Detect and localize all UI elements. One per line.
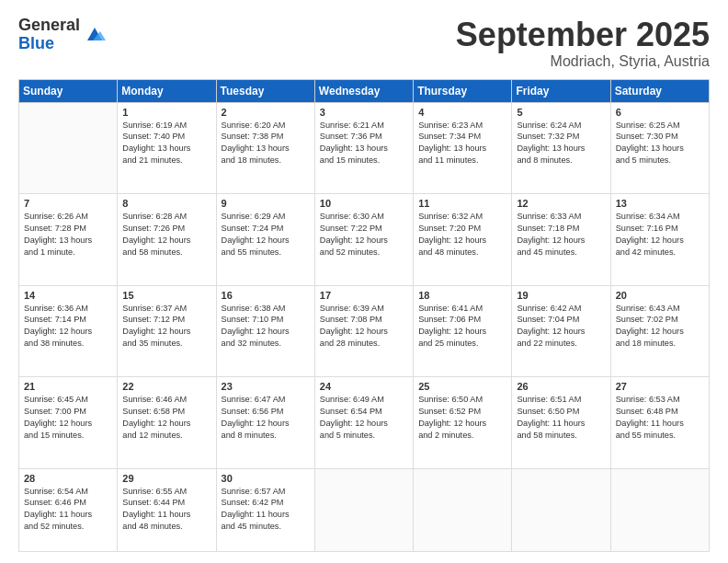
day-info: Sunrise: 6:50 AM Sunset: 6:52 PM Dayligh…	[418, 394, 506, 442]
day-number: 11	[418, 198, 506, 209]
calendar-cell	[512, 468, 610, 551]
day-info: Sunrise: 6:39 AM Sunset: 7:08 PM Dayligh…	[320, 303, 408, 350]
calendar-table: SundayMondayTuesdayWednesdayThursdayFrid…	[18, 79, 710, 552]
day-number: 28	[24, 473, 112, 484]
weekday-header-row: SundayMondayTuesdayWednesdayThursdayFrid…	[19, 79, 710, 102]
calendar-cell: 29Sunrise: 6:55 AM Sunset: 6:44 PM Dayli…	[118, 468, 216, 551]
weekday-header: Saturday	[610, 79, 709, 102]
day-number: 29	[122, 473, 210, 484]
day-number: 25	[418, 381, 506, 392]
calendar-cell: 25Sunrise: 6:50 AM Sunset: 6:52 PM Dayli…	[414, 377, 512, 469]
day-number: 3	[320, 107, 408, 118]
calendar-cell: 4Sunrise: 6:23 AM Sunset: 7:34 PM Daylig…	[414, 102, 512, 194]
day-number: 16	[222, 290, 310, 301]
calendar-cell: 24Sunrise: 6:49 AM Sunset: 6:54 PM Dayli…	[314, 377, 413, 469]
day-number: 21	[24, 381, 112, 392]
calendar-cell: 8Sunrise: 6:28 AM Sunset: 7:26 PM Daylig…	[118, 194, 216, 286]
day-info: Sunrise: 6:32 AM Sunset: 7:20 PM Dayligh…	[418, 211, 506, 259]
calendar-cell: 14Sunrise: 6:36 AM Sunset: 7:14 PM Dayli…	[19, 285, 118, 377]
calendar-cell: 26Sunrise: 6:51 AM Sunset: 6:50 PM Dayli…	[512, 377, 610, 469]
weekday-header: Wednesday	[314, 79, 413, 102]
logo-blue: Blue	[18, 35, 80, 53]
calendar-week-row: 21Sunrise: 6:45 AM Sunset: 7:00 PM Dayli…	[19, 377, 710, 469]
day-info: Sunrise: 6:45 AM Sunset: 7:00 PM Dayligh…	[24, 394, 112, 442]
calendar-cell: 17Sunrise: 6:39 AM Sunset: 7:08 PM Dayli…	[314, 285, 413, 377]
header: General Blue September 2025 Modriach, St…	[18, 17, 710, 70]
calendar-cell: 3Sunrise: 6:21 AM Sunset: 7:36 PM Daylig…	[314, 102, 413, 194]
day-info: Sunrise: 6:19 AM Sunset: 7:40 PM Dayligh…	[122, 120, 210, 167]
calendar-cell: 16Sunrise: 6:38 AM Sunset: 7:10 PM Dayli…	[216, 285, 314, 377]
calendar-week-row: 7Sunrise: 6:26 AM Sunset: 7:28 PM Daylig…	[19, 194, 710, 286]
day-number: 24	[320, 381, 408, 392]
weekday-header: Thursday	[414, 79, 512, 102]
calendar-cell: 1Sunrise: 6:19 AM Sunset: 7:40 PM Daylig…	[118, 102, 216, 194]
calendar-week-row: 14Sunrise: 6:36 AM Sunset: 7:14 PM Dayli…	[19, 285, 710, 377]
day-info: Sunrise: 6:47 AM Sunset: 6:56 PM Dayligh…	[222, 394, 310, 442]
calendar-cell: 10Sunrise: 6:30 AM Sunset: 7:22 PM Dayli…	[314, 194, 413, 286]
day-info: Sunrise: 6:43 AM Sunset: 7:02 PM Dayligh…	[616, 303, 704, 350]
day-info: Sunrise: 6:30 AM Sunset: 7:22 PM Dayligh…	[320, 211, 408, 259]
calendar-cell: 13Sunrise: 6:34 AM Sunset: 7:16 PM Dayli…	[610, 194, 709, 286]
calendar-cell: 7Sunrise: 6:26 AM Sunset: 7:28 PM Daylig…	[19, 194, 118, 286]
day-number: 15	[122, 290, 210, 301]
calendar-cell: 19Sunrise: 6:42 AM Sunset: 7:04 PM Dayli…	[512, 285, 610, 377]
calendar-cell: 22Sunrise: 6:46 AM Sunset: 6:58 PM Dayli…	[118, 377, 216, 469]
calendar-cell: 11Sunrise: 6:32 AM Sunset: 7:20 PM Dayli…	[414, 194, 512, 286]
day-number: 27	[616, 381, 704, 392]
calendar-cell	[610, 468, 709, 551]
day-info: Sunrise: 6:46 AM Sunset: 6:58 PM Dayligh…	[122, 394, 210, 442]
title-block: September 2025 Modriach, Styria, Austria	[456, 17, 710, 70]
day-info: Sunrise: 6:41 AM Sunset: 7:06 PM Dayligh…	[418, 303, 506, 350]
day-info: Sunrise: 6:29 AM Sunset: 7:24 PM Dayligh…	[222, 211, 310, 259]
day-number: 30	[222, 473, 310, 484]
day-info: Sunrise: 6:25 AM Sunset: 7:30 PM Dayligh…	[616, 120, 704, 167]
day-info: Sunrise: 6:20 AM Sunset: 7:38 PM Dayligh…	[222, 120, 310, 167]
calendar-cell: 21Sunrise: 6:45 AM Sunset: 7:00 PM Dayli…	[19, 377, 118, 469]
calendar-cell: 27Sunrise: 6:53 AM Sunset: 6:48 PM Dayli…	[610, 377, 709, 469]
logo-general: General	[18, 17, 80, 35]
weekday-header: Tuesday	[216, 79, 314, 102]
calendar-page: General Blue September 2025 Modriach, St…	[0, 0, 728, 563]
day-info: Sunrise: 6:38 AM Sunset: 7:10 PM Dayligh…	[222, 303, 310, 350]
calendar-cell: 12Sunrise: 6:33 AM Sunset: 7:18 PM Dayli…	[512, 194, 610, 286]
day-info: Sunrise: 6:36 AM Sunset: 7:14 PM Dayligh…	[24, 303, 112, 350]
day-number: 6	[616, 107, 704, 118]
month-title: September 2025	[456, 17, 710, 53]
calendar-cell: 9Sunrise: 6:29 AM Sunset: 7:24 PM Daylig…	[216, 194, 314, 286]
calendar-week-row: 28Sunrise: 6:54 AM Sunset: 6:46 PM Dayli…	[19, 468, 710, 551]
day-number: 4	[418, 107, 506, 118]
day-number: 13	[616, 198, 704, 209]
day-number: 20	[616, 290, 704, 301]
day-info: Sunrise: 6:55 AM Sunset: 6:44 PM Dayligh…	[122, 486, 210, 534]
day-info: Sunrise: 6:28 AM Sunset: 7:26 PM Dayligh…	[122, 211, 210, 259]
day-info: Sunrise: 6:57 AM Sunset: 6:42 PM Dayligh…	[222, 486, 310, 534]
calendar-cell: 6Sunrise: 6:25 AM Sunset: 7:30 PM Daylig…	[610, 102, 709, 194]
day-number: 26	[517, 381, 605, 392]
day-number: 18	[418, 290, 506, 301]
day-number: 5	[517, 107, 605, 118]
calendar-cell	[19, 102, 118, 194]
day-info: Sunrise: 6:34 AM Sunset: 7:16 PM Dayligh…	[616, 211, 704, 259]
calendar-cell: 30Sunrise: 6:57 AM Sunset: 6:42 PM Dayli…	[216, 468, 314, 551]
logo: General Blue	[18, 17, 106, 53]
calendar-cell: 28Sunrise: 6:54 AM Sunset: 6:46 PM Dayli…	[19, 468, 118, 551]
weekday-header: Monday	[118, 79, 216, 102]
weekday-header: Friday	[512, 79, 610, 102]
day-info: Sunrise: 6:24 AM Sunset: 7:32 PM Dayligh…	[517, 120, 605, 167]
calendar-cell	[414, 468, 512, 551]
logo-icon	[84, 24, 106, 46]
day-info: Sunrise: 6:53 AM Sunset: 6:48 PM Dayligh…	[616, 394, 704, 442]
day-number: 23	[222, 381, 310, 392]
day-info: Sunrise: 6:51 AM Sunset: 6:50 PM Dayligh…	[517, 394, 605, 442]
day-info: Sunrise: 6:33 AM Sunset: 7:18 PM Dayligh…	[517, 211, 605, 259]
day-number: 1	[122, 107, 210, 118]
day-info: Sunrise: 6:21 AM Sunset: 7:36 PM Dayligh…	[320, 120, 408, 167]
day-number: 22	[122, 381, 210, 392]
calendar-cell: 2Sunrise: 6:20 AM Sunset: 7:38 PM Daylig…	[216, 102, 314, 194]
calendar-cell: 20Sunrise: 6:43 AM Sunset: 7:02 PM Dayli…	[610, 285, 709, 377]
weekday-header: Sunday	[19, 79, 118, 102]
day-info: Sunrise: 6:37 AM Sunset: 7:12 PM Dayligh…	[122, 303, 210, 350]
day-info: Sunrise: 6:23 AM Sunset: 7:34 PM Dayligh…	[418, 120, 506, 167]
day-number: 8	[122, 198, 210, 209]
day-info: Sunrise: 6:49 AM Sunset: 6:54 PM Dayligh…	[320, 394, 408, 442]
